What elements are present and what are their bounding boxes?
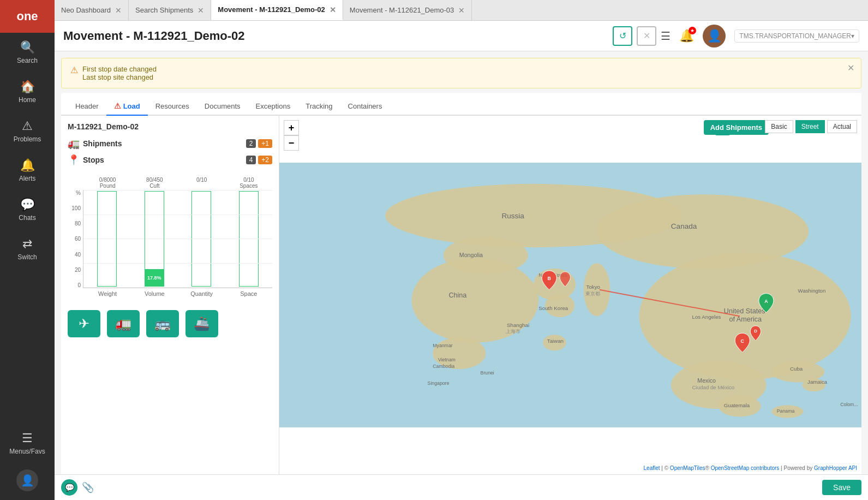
map-zoom-controls: + − [284,120,299,151]
svg-text:Colom...: Colom... [840,402,858,407]
chat-compose-button[interactable]: 💬 [61,479,77,496]
stops-plus-badge[interactable]: +2 [258,156,272,164]
svg-text:Cuba: Cuba [790,366,803,372]
svg-text:Russia: Russia [501,212,524,220]
save-button[interactable]: Save [822,480,861,495]
chart-bars: 17.8% [83,190,272,288]
tab-resources[interactable]: Resources [148,98,197,116]
tab-containers[interactable]: Containers [340,98,390,116]
shipments-plus-badge[interactable]: +1 [258,139,272,148]
close-tab-search-shipments[interactable]: ✕ [197,6,204,15]
bar-volume: 17.8% [145,191,164,287]
sidebar-item-problems[interactable]: ⚠ Problems [0,111,55,151]
shipments-section: 🚛 Shipments 2 +1 [68,138,272,150]
search-icon: 🔍 [20,40,35,55]
transport-sea-button[interactable]: 🚢 [185,310,218,337]
bottom-bar: 💬 📎 Save [55,474,868,500]
tab-header[interactable]: Header [68,98,106,116]
sidebar-item-home[interactable]: 🏠 Home [0,72,55,111]
alert-banner: ⚠ First stop date changed Last stop site… [61,58,861,88]
svg-text:China: China [448,291,467,299]
bar-weight [97,191,117,287]
tab-bar: Neo Dashboard ✕ Search Shipments ✕ Movem… [55,0,868,21]
alert-warning-icon: ⚠ [70,65,78,75]
svg-text:Singapore: Singapore [428,380,450,386]
warning-icon: ⚠ [22,119,33,133]
x-axis-labels: Weight Volume Quantity Space [68,290,272,297]
map-panel: + − ☰ Add Shipments Basic Street Actual [279,116,861,474]
map-svg: Russia Canada Mongolia China North Korea [279,116,861,474]
tab-exceptions[interactable]: Exceptions [248,98,298,116]
transport-buttons: ✈ 🚛 🚌 🚢 [68,310,272,337]
transport-truck-button[interactable]: 🚛 [107,310,140,337]
transport-air-button[interactable]: ✈ [68,310,100,337]
close-alert-button[interactable]: ✕ [847,63,854,73]
svg-text:Mexico: Mexico [697,377,716,384]
truck-icon: 🚛 [68,138,80,150]
home-icon: 🏠 [20,80,35,94]
svg-text:Ciudad de México: Ciudad de México [692,384,735,390]
bottom-avatar[interactable]: 👤 [16,469,38,491]
map-street-button[interactable]: Street [795,120,825,133]
svg-text:C: C [741,338,745,344]
bar-space [239,191,259,287]
movement-id-label: M-112921_Demo-02 [68,122,272,131]
notification-bell[interactable]: 🔔 ★ [679,29,694,43]
sidebar-item-menus[interactable]: ☰ Menus/Favs [0,424,55,463]
sidebar-item-search[interactable]: 🔍 Search [0,33,55,72]
map-attribution: Leaflet | © OpenMapTiles® OpenStreetMap … [642,464,859,472]
tab-tracking[interactable]: Tracking [298,98,340,116]
hamburger-icon[interactable]: ☰ [661,29,671,43]
switch-icon: ⇄ [22,237,32,251]
close-tab-movement-02[interactable]: ✕ [330,5,336,14]
svg-text:Washington: Washington [798,288,826,294]
header-bar: Movement - M-112921_Demo-02 ↺ ✕ ☰ 🔔 ★ 👤 … [55,21,868,51]
capacity-chart: 0/8000Pound 80/450Cuft 0/10 0/10Spaces %… [68,172,272,301]
attachment-icon[interactable]: 📎 [82,481,94,493]
zoom-out-button[interactable]: − [284,135,299,151]
page-title: Movement - M-112921_Demo-02 [63,29,613,43]
tab-load[interactable]: ⚠ Load [106,97,148,116]
svg-text:Tokyo: Tokyo [586,284,600,290]
bell-icon: 🔔 [20,158,35,172]
tab-neo-dashboard[interactable]: Neo Dashboard ✕ [55,0,129,20]
sidebar-item-alerts[interactable]: 🔔 Alerts [0,151,55,190]
chat-icon: 💬 [20,198,35,212]
tab-documents[interactable]: Documents [197,98,248,116]
tab-movement-03[interactable]: Movement - M-112621_Demo-03 ✕ [343,0,472,20]
svg-text:A: A [764,299,768,304]
zoom-in-button[interactable]: + [284,120,299,135]
stop-icon: 📍 [68,154,80,166]
user-dropdown[interactable]: TMS.TRANSPORTATION_MANAGER ▾ [734,29,859,43]
svg-text:Guatemala: Guatemala [724,402,750,408]
svg-text:Myanmar: Myanmar [433,343,452,348]
svg-text:Brunei: Brunei [481,370,494,376]
load-area: M-112921_Demo-02 🚛 Shipments 2 +1 📍 [61,116,861,474]
sub-tab-bar: Header ⚠ Load Resources Documents Except… [61,93,861,116]
close-tab-movement-03[interactable]: ✕ [458,6,465,15]
transport-rail-button[interactable]: 🚌 [146,310,179,337]
stops-count: 4 [246,156,256,164]
load-warning-icon: ⚠ [114,102,121,110]
menus-icon: ☰ [22,431,33,445]
tab-movement-02[interactable]: Movement - M-112921_Demo-02 ✕ [211,0,343,20]
sidebar: one 🔍 Search 🏠 Home ⚠ Problems 🔔 Alerts … [0,0,55,500]
tab-search-shipments[interactable]: Search Shipments ✕ [129,0,211,20]
shipments-count: 2 [246,139,256,148]
close-tab-neo-dashboard[interactable]: ✕ [115,6,122,15]
add-shipments-button[interactable]: Add Shipments [704,120,769,135]
svg-text:Mongolia: Mongolia [459,252,483,258]
svg-text:B: B [548,276,551,281]
left-panel: M-112921_Demo-02 🚛 Shipments 2 +1 📍 [61,116,279,474]
svg-text:Cambodia: Cambodia [433,364,454,369]
notification-badge: ★ [689,27,696,34]
map-view-toolbar: Basic Street Actual [765,120,857,133]
refresh-button[interactable]: ↺ [613,26,632,46]
svg-text:Panama: Panama [777,408,795,414]
sidebar-item-switch[interactable]: ⇄ Switch [0,229,55,269]
close-button[interactable]: ✕ [637,26,656,46]
map-basic-button[interactable]: Basic [765,120,793,133]
map-actual-button[interactable]: Actual [827,120,857,133]
svg-text:Jamaica: Jamaica [807,379,828,385]
sidebar-item-chats[interactable]: 💬 Chats [0,190,55,229]
